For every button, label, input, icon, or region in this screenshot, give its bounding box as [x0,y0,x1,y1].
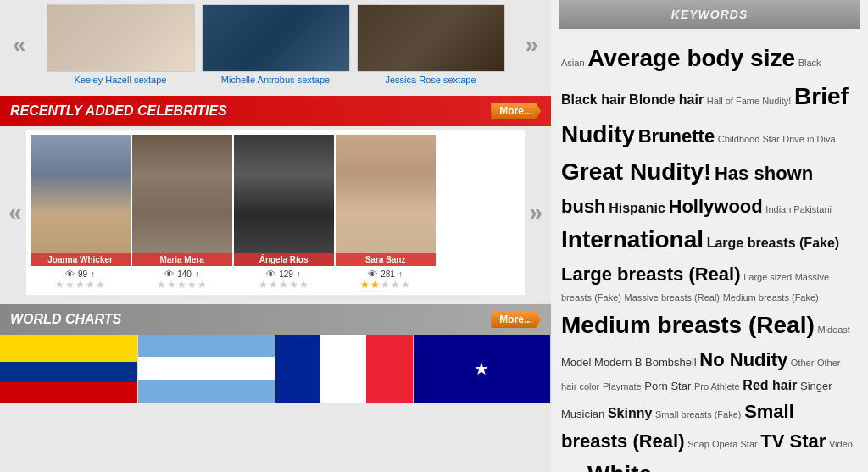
thumbnail-michelle[interactable]: Michelle Antrobus sextape [202,4,350,85]
celeb-stats-joanna: 👁 99 ↑ [31,269,131,279]
trend-icon-joanna: ↑ [91,269,95,279]
kw-brunette[interactable]: Brunette [638,125,715,147]
keywords-header: Keywords [559,0,860,29]
flag-argentina[interactable] [138,335,276,403]
celeb-photo-sara: Sara Sanz [336,135,436,266]
celeb-stats-angela: 👁 129 ↑ [234,269,334,279]
kw-porn-star[interactable]: Porn Star [644,380,691,392]
celeb-name-maria: Maria Mera [132,253,232,266]
celeb-prev-arrow[interactable]: « [4,199,26,226]
kw-large-sized[interactable]: Large sized [743,272,792,282]
celeb-photo-maria: Maria Mera [132,135,232,266]
recently-added-header: Recently Added Celebrities More... [0,96,551,126]
kw-hispanic[interactable]: Hispanic [609,201,665,215]
kw-childhood-star[interactable]: Childhood Star [718,134,780,144]
flag-australia[interactable] [414,335,552,403]
celeb-photo-joanna: Joanna Whicker [31,135,131,266]
flags-row [0,335,551,403]
stars-sara: ★ ★ ★ ★ ★ [336,279,436,291]
main-content: « Keeley Hazell sextape Michelle Antrobu… [0,0,551,472]
view-count-angela: 129 [279,269,293,279]
celeb-name-angela: Ángela Ríos [234,253,334,266]
thumbnail-jessica[interactable]: Jessica Rose sextape [357,4,505,85]
view-count-sara: 281 [381,269,395,279]
thumb-image-jessica [357,4,505,72]
kw-skinny[interactable]: Skinny [608,406,652,420]
celeb-next-arrow[interactable]: » [525,199,547,226]
view-count-maria: 140 [177,269,192,279]
trend-icon-maria: ↑ [195,269,199,279]
thumbnail-keeley[interactable]: Keeley Hazell sextape [47,4,195,85]
thumb-image-keeley [47,4,195,72]
flag-france[interactable] [275,335,414,403]
kw-black-hair[interactable]: Black hair [561,92,626,107]
celeb-joanna[interactable]: Joanna Whicker 👁 99 ↑ ★ ★ ★ ★ ★ [31,135,131,291]
kw-other[interactable]: Other [791,358,815,368]
kw-hollywood[interactable]: Hollywood [669,196,763,217]
next-arrow[interactable]: » [520,31,542,58]
celeb-maria[interactable]: Maria Mera 👁 140 ↑ ★ ★ ★ ★ ★ [132,135,232,291]
celeb-stats-sara: 👁 281 ↑ [336,269,436,279]
world-charts-section: World Charts More... [0,304,551,403]
eye-icon-sara: 👁 [368,269,377,279]
kw-asian[interactable]: Asian [561,58,585,68]
view-count-joanna: 99 [78,269,87,279]
kw-black[interactable]: Black [798,58,821,68]
celeb-name-joanna: Joanna Whicker [31,253,131,266]
celeb-stats-maria: 👁 140 ↑ [132,269,232,279]
celeb-angela[interactable]: Ángela Ríos 👁 129 ↑ ★ ★ ★ ★ ★ [234,135,334,291]
celeb-name-sara: Sara Sanz [336,253,436,266]
kw-model[interactable]: Model [561,356,591,369]
stars-maria: ★ ★ ★ ★ ★ [132,279,232,291]
kw-indian-pakistani[interactable]: Indian Pakistani [765,204,832,214]
sextape-section: « Keeley Hazell sextape Michelle Antrobu… [0,0,551,89]
eye-icon-joanna: 👁 [65,269,75,279]
kw-blonde-hair[interactable]: Blonde hair [629,92,704,107]
flag-colombia[interactable] [0,335,138,403]
kw-average-body[interactable]: Average body size [587,45,795,71]
kw-soap-opera-star[interactable]: Soap Opera Star [687,439,758,449]
trend-icon-angela: ↑ [297,269,301,279]
kw-tv-star[interactable]: TV Star [760,430,826,452]
eye-icon-angela: 👁 [266,269,275,279]
kw-massive-breasts-real[interactable]: Massive breasts (Real) [625,292,720,303]
world-charts-more-btn[interactable]: More... [491,311,541,328]
kw-pro-athlete[interactable]: Pro Athlete [694,381,740,391]
kw-small-breasts-fake[interactable]: Small breasts (Fake) [655,409,741,419]
kw-drive-in-diva[interactable]: Drive in Diva [782,134,835,144]
kw-medium-breasts-fake[interactable]: Medium breasts (Fake) [723,292,819,303]
thumb-label-michelle[interactable]: Michelle Antrobus sextape [202,75,350,85]
kw-no-nudity[interactable]: No Nudity [699,349,787,370]
kw-international[interactable]: International [561,226,704,253]
prev-arrow[interactable]: « [8,31,31,58]
kw-medium-breasts-real[interactable]: Medium breasts (Real) [561,312,815,338]
recently-added-title: Recently Added Celebrities [10,103,227,119]
eye-icon-maria: 👁 [164,269,174,279]
thumb-image-michelle [202,4,350,72]
kw-playmate[interactable]: Playmate [603,381,642,391]
kw-mideast[interactable]: Mideast [817,325,850,335]
celeb-photo-angela: Ángela Ríos [234,135,334,266]
celeb-sara[interactable]: Sara Sanz 👁 281 ↑ ★ ★ ★ ★ ★ [336,135,436,291]
world-charts-title: World Charts [10,312,121,327]
stars-angela: ★ ★ ★ ★ ★ [234,279,334,291]
kw-white[interactable]: White [587,461,652,472]
kw-modern-b-bombshell[interactable]: Modern B Bombshell [594,356,697,369]
thumbnails-row: Keeley Hazell sextape Michelle Antrobus … [31,4,521,85]
kw-large-breasts-fake[interactable]: Large breasts (Fake) [707,236,840,250]
celebrities-row: Joanna Whicker 👁 99 ↑ ★ ★ ★ ★ ★ Maria Me… [26,130,526,295]
sidebar: Keywords Asian Average body size Black B… [551,0,868,472]
recently-added-more-btn[interactable]: More... [491,103,541,119]
kw-red-hair[interactable]: Red hair [743,378,797,392]
stars-joanna: ★ ★ ★ ★ ★ [31,279,131,291]
thumb-label-jessica[interactable]: Jessica Rose sextape [357,75,505,85]
thumb-label-keeley[interactable]: Keeley Hazell sextape [47,75,195,85]
kw-great-nudity[interactable]: Great Nudity! [561,158,711,185]
world-charts-header: World Charts More... [0,304,551,335]
keywords-title: Keywords [671,8,748,21]
keywords-cloud: Asian Average body size Black Black hair… [559,36,860,472]
trend-icon-sara: ↑ [398,269,403,279]
kw-hall-of-fame[interactable]: Hall of Fame Nudity! [707,96,792,106]
kw-large-breasts-real[interactable]: Large breasts (Real) [561,264,741,285]
